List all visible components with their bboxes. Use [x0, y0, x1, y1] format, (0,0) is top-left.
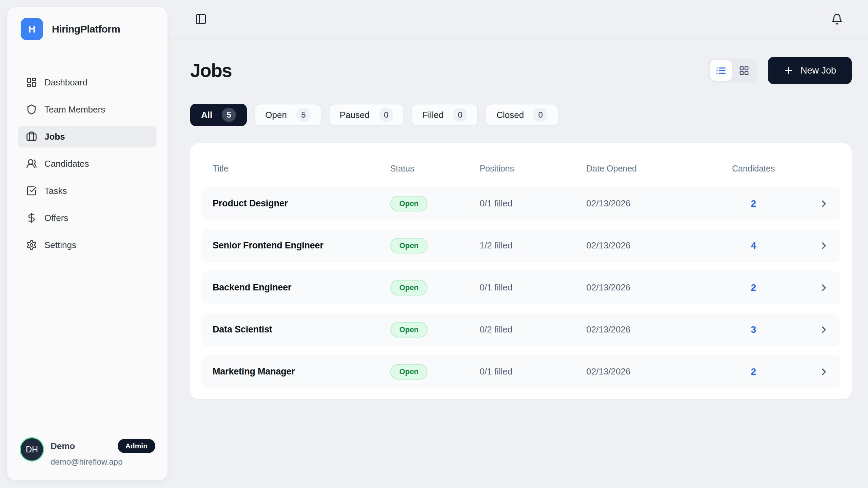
layout-grid-icon — [739, 65, 749, 76]
positions-filled: 0/1 filled — [480, 366, 587, 377]
candidates-count[interactable]: 3 — [722, 324, 785, 335]
topbar — [168, 0, 868, 39]
chevron-right-icon — [818, 366, 829, 377]
user-meta: Demo Admin demo@hireflow.app — [51, 438, 155, 467]
plus-icon — [784, 65, 794, 76]
app-root: H HiringPlatform DashboardTeam MembersJo… — [0, 0, 868, 488]
date-opened: 02/13/2026 — [586, 240, 722, 251]
table-row[interactable]: Product DesignerOpen0/1 filled02/13/2026… — [201, 187, 841, 220]
chevron-right-icon — [818, 282, 829, 293]
filter-label: All — [201, 110, 212, 120]
role-badge: Admin — [118, 439, 155, 453]
bell-icon — [831, 13, 843, 25]
date-opened: 02/13/2026 — [586, 198, 722, 209]
candidates-count[interactable]: 2 — [722, 366, 785, 377]
table-row[interactable]: Senior Frontend EngineerOpen1/2 filled02… — [201, 229, 841, 262]
filter-count: 5 — [296, 108, 311, 122]
head-actions: New Job — [708, 57, 852, 84]
filter-count: 0 — [379, 108, 393, 122]
job-title: Backend Engineer — [213, 282, 390, 293]
sidebar-toggle-button[interactable] — [195, 13, 207, 25]
positions-filled: 0/1 filled — [480, 282, 587, 293]
filter-tab-all[interactable]: All5 — [190, 104, 247, 126]
user-name: Demo — [51, 441, 75, 451]
filter-count: 0 — [533, 108, 548, 122]
jobs-table: TitleStatusPositionsDate OpenedCandidate… — [190, 143, 852, 399]
status-badge: Open — [390, 238, 428, 253]
column-header-title: Title — [213, 164, 390, 174]
sidebar-item-offers[interactable]: Offers — [18, 207, 157, 229]
square-check-icon — [26, 185, 37, 196]
chevron-right-icon — [818, 198, 829, 209]
status-filter-tabs: All5Open5Paused0Filled0Closed0 — [190, 104, 852, 126]
job-title: Marketing Manager — [213, 366, 390, 377]
briefcase-icon — [26, 131, 37, 142]
list-icon — [716, 65, 726, 76]
table-row[interactable]: Marketing ManagerOpen0/1 filled02/13/202… — [201, 355, 841, 388]
row-open-control[interactable] — [785, 282, 829, 293]
sidebar-item-candidates[interactable]: Candidates — [18, 153, 157, 175]
filter-count: 5 — [222, 108, 236, 122]
filter-label: Paused — [340, 110, 370, 120]
shield-icon — [26, 104, 37, 115]
row-open-control[interactable] — [785, 366, 829, 377]
sidebar-item-tasks[interactable]: Tasks — [18, 180, 157, 202]
notifications-button[interactable] — [831, 13, 843, 25]
candidates-count[interactable]: 4 — [722, 240, 785, 251]
sidebar-item-label: Dashboard — [44, 77, 87, 88]
status-badge: Open — [390, 196, 428, 211]
brand-logo: H — [21, 18, 43, 40]
chevron-right-icon — [818, 240, 829, 251]
filter-tab-open[interactable]: Open5 — [254, 104, 321, 126]
list-view-button[interactable] — [710, 60, 732, 81]
sidebar-item-team-members[interactable]: Team Members — [18, 99, 157, 120]
sidebar-nav: DashboardTeam MembersJobsCandidatesTasks… — [18, 72, 157, 256]
dollar-sign-icon — [26, 212, 37, 223]
candidates-count[interactable]: 2 — [722, 282, 785, 293]
table-row[interactable]: Data ScientistOpen0/2 filled02/13/20263 — [201, 313, 841, 346]
row-open-control[interactable] — [785, 324, 829, 335]
table-row[interactable]: Backend EngineerOpen0/1 filled02/13/2026… — [201, 271, 841, 304]
job-title: Product Designer — [213, 198, 390, 209]
status-badge: Open — [390, 280, 428, 296]
users-icon — [26, 158, 37, 169]
positions-filled: 1/2 filled — [480, 240, 587, 251]
sidebar-item-label: Jobs — [44, 131, 65, 142]
row-open-control[interactable] — [785, 198, 829, 209]
candidates-count[interactable]: 2 — [722, 198, 785, 209]
column-header-positions: Positions — [480, 164, 587, 174]
new-job-button[interactable]: New Job — [768, 57, 852, 84]
filter-tab-closed[interactable]: Closed0 — [486, 104, 558, 126]
filter-count: 0 — [453, 108, 467, 122]
user-card[interactable]: DH Demo Admin demo@hireflow.app — [18, 436, 157, 469]
page-head: Jobs New Job — [190, 57, 852, 84]
view-toggle — [708, 58, 757, 83]
avatar: DH — [21, 438, 43, 461]
gear-icon — [26, 240, 37, 250]
sidebar-item-settings[interactable]: Settings — [18, 234, 157, 256]
status-badge: Open — [390, 364, 428, 380]
content: Jobs New Job All5Open5Paused0Filled0Clos… — [168, 39, 868, 399]
panel-left-icon — [195, 13, 207, 25]
row-open-control[interactable] — [785, 240, 829, 251]
plus-icon — [784, 65, 794, 76]
date-opened: 02/13/2026 — [586, 282, 722, 293]
brand-name: HiringPlatform — [52, 23, 120, 35]
user-email: demo@hireflow.app — [51, 457, 155, 467]
filter-tab-paused[interactable]: Paused0 — [329, 104, 404, 126]
sidebar-item-label: Offers — [44, 213, 68, 223]
sidebar-item-label: Candidates — [44, 159, 89, 169]
sidebar-item-dashboard[interactable]: Dashboard — [18, 72, 157, 93]
status-badge: Open — [390, 322, 428, 338]
filter-tab-filled[interactable]: Filled0 — [412, 104, 478, 126]
filter-label: Filled — [422, 110, 443, 120]
new-job-label: New Job — [801, 65, 836, 76]
job-title: Senior Frontend Engineer — [213, 240, 390, 251]
column-header-date-opened: Date Opened — [586, 164, 722, 174]
sidebar-item-jobs[interactable]: Jobs — [18, 126, 157, 147]
job-title: Data Scientist — [213, 324, 390, 335]
filter-label: Closed — [496, 110, 524, 120]
grid-view-button[interactable] — [733, 60, 755, 81]
main-area: Jobs New Job All5Open5Paused0Filled0Clos… — [168, 0, 868, 488]
filter-label: Open — [265, 110, 287, 120]
